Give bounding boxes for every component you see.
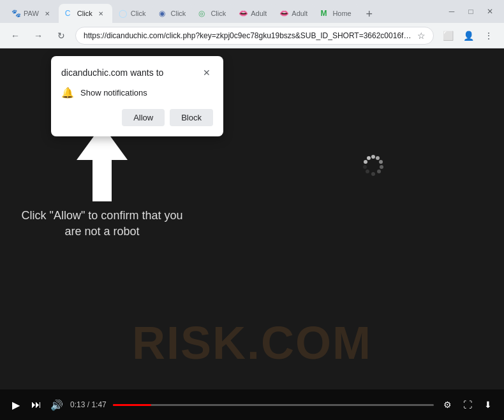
skip-button[interactable]: ⏭ [29,398,43,412]
tab-click4[interactable]: ◎ Click [192,4,232,23]
tab-adult1-favicon: 👄 [239,9,248,18]
click-allow-text: Click "Allow" to confirm that you are no… [19,208,185,240]
svg-point-1 [371,155,375,159]
svg-point-2 [376,156,380,160]
volume-button[interactable]: 🔊 [50,398,64,412]
play-icon: ▶ [12,399,20,411]
address-bar: ← → ↻ https://dicanduchic.com/click.php?… [0,23,504,48]
tab-click-close[interactable]: ✕ [96,8,106,18]
tab-home-label: Home [332,10,351,17]
back-icon: ← [11,31,20,41]
skip-icon: ⏭ [31,399,41,410]
tab-adult2-favicon: 👄 [279,9,288,18]
menu-icon: ⋮ [484,31,493,41]
overlay-content: Click "Allow" to confirm that you are no… [19,125,185,240]
time-display: 0:13 / 1:47 [70,400,107,409]
popup-buttons: Allow Block [61,109,213,126]
tab-paw-close[interactable]: ✕ [42,8,52,18]
tab-bar: 🐾 PAW ✕ C Click ✕ ◯ Click ◉ Click [5,0,378,23]
tab-paw[interactable]: 🐾 PAW ✕ [5,4,59,23]
volume-icon: 🔊 [50,399,63,411]
loading-spinner [357,150,389,185]
popup-close-button[interactable]: ✕ [200,66,213,79]
tab-click3[interactable]: ◉ Click [152,4,193,23]
play-button[interactable]: ▶ [9,398,23,412]
profile-button[interactable]: 👤 [459,27,477,45]
svg-point-5 [377,170,381,173]
svg-point-7 [366,170,369,173]
bell-icon: 🔔 [61,87,74,99]
popup-title: dicanduchic.com wants to [61,68,163,78]
close-icon: ✕ [487,7,493,16]
svg-point-6 [371,172,375,176]
new-tab-button[interactable]: + [360,5,378,23]
window-controls: ─ □ ✕ [443,3,499,20]
popup-notification-row: 🔔 Show notifications [61,87,213,99]
download-button[interactable]: ⬇ [481,398,495,412]
browser-frame: 🐾 PAW ✕ C Click ✕ ◯ Click ◉ Click [0,0,504,420]
refresh-button[interactable]: ↻ [52,27,70,45]
svg-point-10 [367,156,371,160]
forward-button[interactable]: → [29,27,47,45]
tab-click2-label: Click [131,10,146,17]
content-area: RISK.COM Click "Allow" to confirm that y… [0,48,504,420]
title-bar: 🐾 PAW ✕ C Click ✕ ◯ Click ◉ Click [0,0,504,23]
svg-marker-0 [77,125,128,201]
extensions-button[interactable]: ⬜ [439,27,457,45]
spinner-svg [357,150,389,182]
bookmark-icon[interactable]: ☆ [417,31,426,41]
svg-point-3 [379,160,383,164]
popup-close-icon: ✕ [203,68,211,78]
tab-home[interactable]: M Home [314,4,357,23]
download-icon: ⬇ [484,400,492,410]
tab-adult1-label: Adult [251,10,267,17]
progress-bar[interactable] [113,404,434,406]
tab-click3-label: Click [171,10,186,17]
fullscreen-button[interactable]: ⛶ [461,398,475,412]
settings-icon: ⚙ [443,400,452,410]
settings-button[interactable]: ⚙ [440,398,454,412]
tab-click4-label: Click [211,10,226,17]
toolbar-icons: ⬜ 👤 ⋮ [439,27,498,45]
tab-click2[interactable]: ◯ Click [112,4,152,23]
maximize-button[interactable]: □ [462,3,480,20]
video-controls: ▶ ⏭ 🔊 0:13 / 1:47 ⚙ ⛶ ⬇ [0,389,504,420]
refresh-icon: ↻ [57,31,65,41]
tab-paw-favicon: 🐾 [11,9,20,18]
back-button[interactable]: ← [6,27,24,45]
tab-click-favicon: C [65,9,74,18]
total-time: 1:47 [91,400,106,409]
profile-icon: 👤 [463,31,474,41]
close-button[interactable]: ✕ [481,3,499,20]
tab-click2-favicon: ◯ [119,9,128,18]
fullscreen-icon: ⛶ [463,400,472,410]
tab-click3-favicon: ◉ [159,9,168,18]
minimize-button[interactable]: ─ [443,3,461,20]
block-button[interactable]: Block [170,109,213,126]
url-text: https://dicanduchic.com/click.php?key=zk… [84,31,413,40]
new-tab-icon: + [366,8,373,21]
popup-header: dicanduchic.com wants to ✕ [61,66,213,79]
menu-button[interactable]: ⋮ [480,27,498,45]
url-bar[interactable]: https://dicanduchic.com/click.php?key=zk… [75,27,434,45]
svg-point-8 [363,165,367,169]
minimize-icon: ─ [449,7,455,16]
svg-point-4 [380,165,383,169]
tab-paw-label: PAW [24,10,39,17]
progress-fill [113,404,151,406]
tab-adult2[interactable]: 👄 Adult [273,4,314,23]
current-time: 0:13 [70,400,85,409]
notification-popup: dicanduchic.com wants to ✕ 🔔 Show notifi… [51,56,223,136]
allow-button[interactable]: Allow [122,109,165,126]
svg-point-9 [364,160,367,164]
maximize-icon: □ [468,7,473,16]
tab-adult1[interactable]: 👄 Adult [232,4,273,23]
forward-icon: → [34,31,43,41]
tab-home-favicon: M [320,9,329,18]
tab-click-label: Click [77,10,93,17]
arrow-up-icon [77,125,128,201]
tab-click-active[interactable]: C Click ✕ [59,4,112,23]
extensions-icon: ⬜ [443,31,454,41]
tab-adult2-label: Adult [292,10,308,17]
tab-click4-favicon: ◎ [198,9,207,18]
